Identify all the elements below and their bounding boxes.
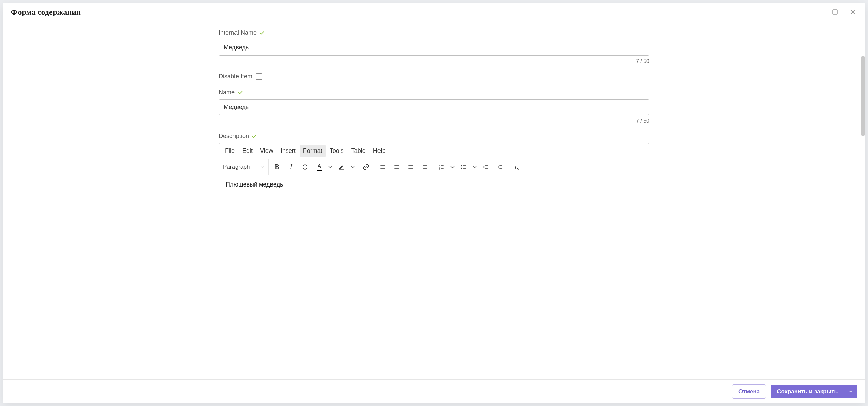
align-left-button[interactable] [376,160,389,174]
link-icon [363,164,369,170]
italic-button[interactable]: I [284,160,298,174]
modal-footer: Отмена Сохранить и закрыть [3,379,865,403]
disable-item-label-text: Disable Item [219,73,252,80]
toolbar-group-link [358,159,374,175]
svg-point-24 [461,166,462,167]
svg-rect-3 [339,169,344,170]
align-left-icon [379,164,386,170]
form-area: Internal Name 7 / 50 Disable Item Nam [219,22,649,226]
align-center-button[interactable] [390,160,403,174]
close-icon [849,9,856,16]
modal-title: Форма содержания [11,8,81,17]
description-label-text: Description [219,133,249,140]
field-name: Name 7 / 50 [219,89,649,124]
text-color-dropdown[interactable] [327,160,334,174]
svg-point-26 [461,168,462,169]
check-icon [252,134,257,139]
align-center-icon [393,164,400,170]
cancel-button[interactable]: Отмена [732,384,766,399]
maximize-button[interactable] [830,7,840,17]
check-icon [238,90,243,95]
highlighter-icon [338,164,345,170]
bold-button[interactable]: B [270,160,284,174]
menu-tools[interactable]: Tools [326,145,347,157]
numbered-list-dropdown[interactable] [449,160,456,174]
field-label-description: Description [219,133,649,140]
bullet-list-button[interactable] [457,160,470,174]
internal-name-label-text: Internal Name [219,29,257,36]
svg-text:3: 3 [439,168,440,170]
chevron-down-icon [848,389,853,394]
field-description: Description File Edit View Insert Format… [219,133,649,212]
field-label-internal-name: Internal Name [219,29,649,36]
menu-help[interactable]: Help [370,145,389,157]
block-format-select[interactable]: Paragraph [219,159,269,175]
block-format-label: Paragraph [223,164,250,170]
link-button[interactable] [359,160,373,174]
indent-button[interactable] [493,160,507,174]
chevron-down-icon [327,164,334,170]
save-and-close-button[interactable]: Сохранить и закрыть [771,385,844,398]
indent-icon [497,164,503,170]
field-label-name: Name [219,89,649,96]
header-actions [830,7,857,17]
bullet-list-dropdown[interactable] [471,160,478,174]
align-right-icon [407,164,414,170]
internal-name-input[interactable] [219,40,649,56]
bullet-list-icon [460,164,467,170]
menu-insert[interactable]: Insert [277,145,299,157]
scrollbar-thumb[interactable] [861,56,865,136]
outdent-icon [483,164,489,170]
disable-item-row: Disable Item [219,73,649,80]
svg-point-22 [461,165,462,166]
internal-name-counter: 7 / 50 [219,58,649,64]
field-disable-item: Disable Item [219,73,649,80]
outdent-button[interactable] [479,160,493,174]
align-justify-button[interactable] [418,160,432,174]
menu-format[interactable]: Format [300,145,326,157]
svg-rect-0 [833,10,837,14]
name-label-text: Name [219,89,235,96]
strikethrough-button[interactable] [299,160,312,174]
rich-text-editor: File Edit View Insert Format Tools Table… [219,143,649,212]
menu-view[interactable]: View [257,145,277,157]
toolbar-group-align [374,159,433,175]
maximize-icon [832,9,838,16]
name-counter: 7 / 50 [219,118,649,124]
description-editor-content[interactable]: Плюшевый медведь [219,175,649,212]
chevron-down-icon [449,164,456,170]
clear-formatting-icon [513,164,520,170]
field-internal-name: Internal Name 7 / 50 [219,29,649,64]
text-color-button[interactable]: A [313,160,326,174]
toolbar-group-lists: 123 [433,159,508,175]
menu-file[interactable]: File [222,145,238,157]
editor-menubar: File Edit View Insert Format Tools Table… [219,143,649,159]
check-icon [259,30,265,36]
chevron-down-icon [349,164,356,170]
chevron-down-icon [471,164,478,170]
align-justify-icon [422,164,428,170]
align-right-button[interactable] [404,160,417,174]
name-input[interactable] [219,99,649,115]
toolbar-group-clear [508,159,525,175]
clear-formatting-button[interactable] [510,160,523,174]
highlight-button[interactable] [335,160,348,174]
chevron-down-icon [261,165,265,169]
modal-header: Форма содержания [3,3,865,22]
content-form-modal: Форма содержания Internal Name 7 [3,3,865,403]
numbered-list-button[interactable]: 123 [435,160,448,174]
strikethrough-icon [302,164,309,170]
editor-toolbar: Paragraph B I A [219,159,649,175]
menu-edit[interactable]: Edit [239,145,256,157]
disable-item-checkbox[interactable] [256,74,262,80]
toolbar-group-text-style: B I A [269,159,358,175]
numbered-list-icon: 123 [438,164,445,170]
modal-body[interactable]: Internal Name 7 / 50 Disable Item Nam [3,22,865,379]
close-button[interactable] [848,7,857,17]
save-dropdown-button[interactable] [844,385,857,398]
highlight-dropdown[interactable] [349,160,356,174]
save-button-group: Сохранить и закрыть [771,385,857,398]
menu-table[interactable]: Table [348,145,369,157]
